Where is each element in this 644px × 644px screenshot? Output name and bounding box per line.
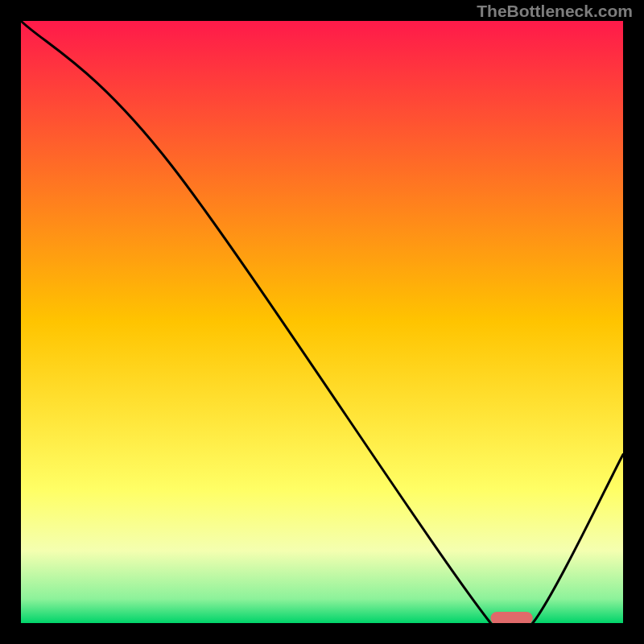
chart-svg — [0, 0, 644, 644]
bottleneck-chart — [0, 0, 644, 644]
gradient-background — [21, 21, 623, 623]
watermark-text: TheBottleneck.com — [477, 2, 633, 21]
optimal-band-marker — [490, 612, 532, 625]
